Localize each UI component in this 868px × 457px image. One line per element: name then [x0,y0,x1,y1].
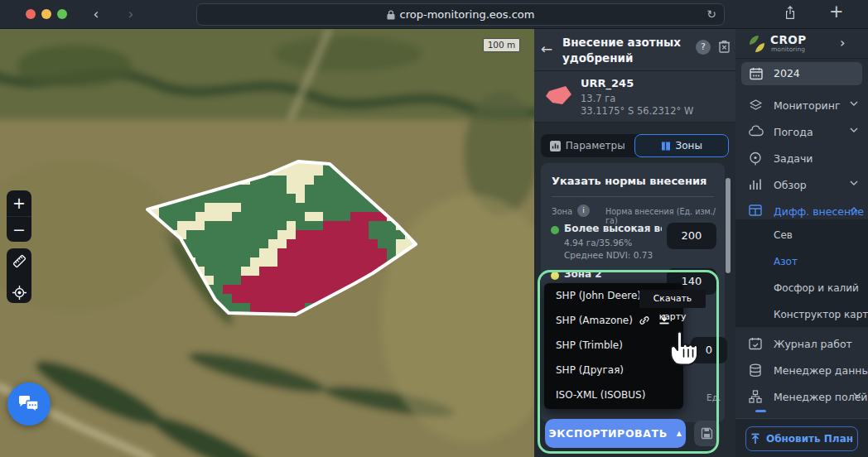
menu-item-shp-other[interactable]: SHP (Другая) [544,358,683,382]
submenu-item-nitrogen[interactable]: Азот [774,256,798,267]
chevron-down-icon [853,392,861,397]
menu-item-shp-trimble[interactable]: SHP (Trimble) [544,333,683,358]
chevron-down-icon [850,101,858,106]
sidebar-item-weather[interactable]: Погода [735,120,868,145]
chevron-down-icon [850,180,858,185]
sidebar-item-year[interactable]: 2024 [741,62,862,85]
sidebar-item-monitoring[interactable]: Мониторинг [735,94,868,118]
zone1-rate-input[interactable]: 200 [667,223,716,249]
sidebar-item-label: Погода [774,126,813,138]
export-button[interactable]: ЭКСПОРТИРОВАТЬ ▲ [545,419,686,448]
panel-header: ← Внесение азотных удобрений ? [534,29,735,71]
url-text: crop-monitoring.eos.com [400,8,535,21]
browser-chrome: ‹ › crop-monitoring.eos.com ↻ + [0,0,868,29]
fertilizer-panel: ← Внесение азотных удобрений ? URR_245 1… [534,29,735,457]
diff-application-submenu: Сев Азот Фосфор и калий Конструктор карт [735,219,868,327]
bar-chart-icon [550,141,561,152]
tab-parameters-label: Параметры [566,140,625,152]
database-icon [749,363,762,378]
sidebar-item-label: Журнал работ [774,338,852,350]
update-plan-label: Обновить План [766,433,853,445]
submenu-item-sowing[interactable]: Сев [774,229,793,241]
reload-icon[interactable]: ↻ [706,7,716,21]
grid-table-icon [749,204,762,216]
hierarchy-icon [749,390,762,403]
save-button[interactable] [694,421,720,446]
brand-subtitle: monitoring [771,46,805,53]
field-area: 13.7 га [581,93,615,104]
tab-parameters[interactable]: Параметры [541,134,634,157]
calendar-check-icon [749,337,762,350]
panel-title: Внесение азотных удобрений [562,35,687,66]
browser-back-button[interactable]: ‹ [86,4,106,24]
collapse-sidebar-icon[interactable]: › [840,35,845,51]
panel-tabs: Параметры Зоны [541,134,729,157]
submenu-item-map-builder[interactable]: Конструктор карт [774,309,868,320]
satellite-map[interactable]: 100 m [0,29,534,457]
update-plan-button[interactable]: Обновить План [745,426,858,451]
hand-cursor [665,325,703,367]
new-tab-icon[interactable]: + [829,2,844,22]
share-icon[interactable] [784,5,797,20]
window-minimize-button[interactable] [41,9,51,19]
window-maximize-button[interactable] [57,9,67,19]
tab-zones-label: Зоны [676,140,702,152]
sidebar-item-overview[interactable]: Обзор [735,173,868,198]
stats-icon [749,178,762,190]
cloud-icon [749,125,764,137]
zone2-color-dot [551,272,559,280]
rates-card-title: Указать нормы внесения [552,175,706,187]
sidebar-item-work-log[interactable]: Журнал работ [735,332,868,357]
calendar-icon [750,67,763,80]
year-label: 2024 [774,67,800,79]
sidebar-item-label: Обзор [774,179,807,191]
brand-header: CROP monitoring › [735,29,868,59]
zones-map-icon [661,141,671,152]
sidebar-footer: Обновить План [735,418,868,457]
lock-icon [387,10,395,20]
back-arrow-icon[interactable]: ← [541,41,552,57]
field-name: URR_245 [581,77,634,89]
zone2-name: Зона 2 [564,268,662,280]
zone-info-icon[interactable]: i [577,204,590,217]
chat-bubbles-icon [18,395,40,413]
download-map-tooltip: Скачать карту [639,290,706,308]
tab-zones[interactable]: Зоны [634,134,730,157]
delete-icon[interactable] [718,40,731,53]
divider [552,196,714,197]
zoom-controls: + − [7,190,31,242]
sidebar-item-data-manager[interactable]: Менеджер данных [735,358,868,383]
main-sidebar: CROP monitoring › 2024 Мониторинг Погода… [735,29,868,457]
zoom-in-button[interactable]: + [7,190,31,216]
submenu-item-phosphorus[interactable]: Фосфор и калий [774,282,859,294]
save-floppy-icon [701,427,713,440]
address-bar[interactable]: crop-monitoring.eos.com ↻ [196,3,725,26]
map-pin-icon [749,152,762,166]
zoom-out-button[interactable]: − [7,216,31,242]
crop-monitoring-logo [746,33,768,55]
unit-label: Ед. [706,392,721,402]
sidebar-item-field-manager[interactable]: Менеджер полей [735,385,868,410]
field-thumbnail-icon [544,84,572,108]
zone1-ndvi: Среднее NDVI: 0.73 [564,250,653,260]
chevron-up-icon [850,207,858,212]
window-close-button[interactable] [26,9,36,19]
browser-forward-button[interactable]: › [121,4,141,24]
menu-item-iso-xml[interactable]: ISO-XML (ISOBUS) [544,382,683,407]
support-chat-button[interactable] [7,382,51,426]
panel-scrollbar[interactable] [726,178,731,273]
zone1-name: Более высокая веге... [564,223,662,234]
help-icon[interactable]: ? [696,40,711,55]
app-window: ‹ › crop-monitoring.eos.com ↻ + [0,0,868,457]
map-tools [7,248,31,303]
menu-item-label: SHP (Amazone) [556,315,633,326]
sidebar-item-label: Менеджер данных [774,364,868,377]
locate-icon[interactable] [7,286,31,311]
field-info[interactable]: URR_245 13.7 га 33.1175° S 56.2312° W [534,71,735,123]
ruler-icon[interactable] [7,254,31,280]
zone1-area: 4.94 га/35.96% [564,238,632,248]
sidebar-item-label: Задачи [774,152,813,165]
link-icon[interactable] [639,315,650,326]
sidebar-item-tasks[interactable]: Задачи [735,147,868,171]
partial-item-indicator [755,410,766,412]
